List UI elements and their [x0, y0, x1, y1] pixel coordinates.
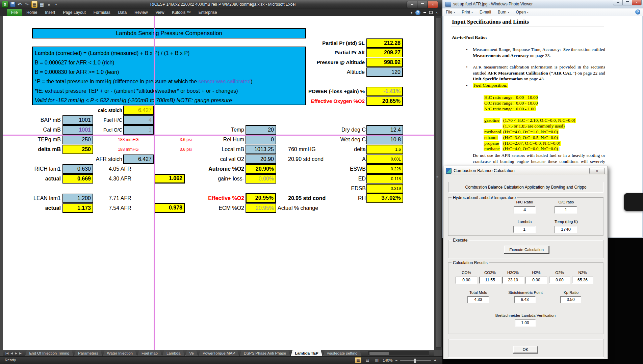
text-actual-lean-afr[interactable]: 7.54 AFR — [109, 204, 131, 212]
result-kp-ratio[interactable]: 3.50 — [560, 296, 581, 303]
undo-icon[interactable]: ↶▾ — [17, 1, 23, 7]
cell-altitude[interactable]: 120 — [366, 67, 403, 77]
cell-wet-deg[interactable]: 10.8 — [366, 135, 403, 144]
cell-edsb[interactable]: 0.319 — [366, 184, 403, 193]
sheet-tab-lambda[interactable]: Lambda — [162, 350, 185, 356]
input-hc-ratio[interactable]: 4 — [514, 206, 536, 214]
dialog-titlebar[interactable]: Combustion Balance Calculation × — [443, 166, 608, 175]
label-delta-small[interactable]: delta — [312, 146, 366, 153]
cell-lean-ratio[interactable]: 0.978 — [154, 203, 185, 213]
vertical-scrollbar-thumb[interactable] — [436, 18, 442, 347]
cell-gain-loss[interactable]: 0.00% — [246, 174, 276, 184]
label-rh[interactable]: RH — [312, 195, 366, 202]
cell-autronic-o2[interactable]: 20.90% — [246, 164, 276, 174]
pv-close-button[interactable]: × — [632, 0, 642, 5]
zoom-slider[interactable] — [400, 360, 431, 361]
menu-print[interactable]: Print▾ — [458, 10, 476, 15]
cell-fuel-oc[interactable]: 1 — [123, 125, 154, 135]
cell-delta-mb[interactable]: 250 — [62, 145, 93, 154]
sheet-tab-end-of-injection-timing[interactable]: End Of Injection Timing — [25, 350, 73, 356]
menu-open[interactable]: Open▾ — [512, 10, 532, 15]
label-altitude[interactable]: Altitude — [274, 68, 365, 76]
input-lambda[interactable]: 1 — [513, 226, 536, 233]
page-layout-view-icon[interactable]: ▤ — [364, 357, 370, 363]
cell-rich-ratio[interactable]: 1.062 — [154, 174, 185, 184]
result-brettschneider[interactable]: 1.00 — [515, 319, 536, 327]
dialog-close-button[interactable]: × — [589, 168, 605, 174]
vertical-scrollbar[interactable]: ≡ — [434, 16, 443, 350]
label-cal[interactable]: Cal mB — [10, 126, 61, 134]
sheet-tab-ve[interactable]: Ve — [185, 350, 198, 356]
cell-rh[interactable]: 37.02% — [366, 193, 403, 203]
ok-button[interactable]: OK — [513, 346, 538, 353]
result-co2[interactable]: 11.55 — [479, 277, 501, 284]
redo-icon[interactable]: ↷▾ — [24, 1, 30, 7]
minimize-button[interactable] — [407, 1, 417, 8]
menu-email[interactable]: E-mail — [476, 10, 494, 15]
cell-rel-hum[interactable]: 0 — [246, 135, 276, 144]
ribbon-tab-formulas[interactable]: Formulas — [90, 9, 114, 16]
label-afr-stoich[interactable]: AFR stoich — [77, 156, 122, 163]
label-gain-loss[interactable]: gain+ loss- — [191, 175, 244, 183]
normal-view-icon[interactable]: ▦ — [355, 357, 361, 363]
workbook-close-icon[interactable]: × — [436, 11, 438, 15]
cell-power[interactable]: -1.41% — [366, 87, 403, 96]
pv-help-icon[interactable]: ? — [635, 9, 640, 15]
zoom-out-icon[interactable]: − — [395, 358, 398, 362]
cell-local-mb[interactable]: 1013.25 — [246, 145, 276, 154]
ribbon-tab-page-layout[interactable]: Page Layout — [59, 9, 89, 16]
record-macro-icon[interactable]: ● — [46, 1, 52, 7]
result-stoichiometric-point[interactable]: 6.43 — [514, 296, 536, 303]
grid-icon[interactable]: ▦ — [39, 1, 45, 7]
label-wet-deg[interactable]: Wet deg C — [312, 136, 366, 143]
ribbon-tab-kutools[interactable]: Kutools ™ — [169, 9, 194, 16]
result-h2[interactable]: 0.00 — [525, 277, 547, 284]
ribbon-tab-insert[interactable]: Insert — [42, 9, 58, 16]
sheet-tab-dsps-phase-anti-phase[interactable]: DSPS Phase Anti Phase — [240, 350, 290, 356]
label-partial-pr-std[interactable]: Partial Pr (std) SL — [274, 39, 365, 47]
input-oc-ratio[interactable]: 1 — [555, 206, 577, 214]
pv-minimize-button[interactable] — [613, 0, 622, 5]
sheet-title-cell[interactable]: Lambda Sensing Pressure Compensation — [32, 28, 306, 38]
cell-partial-pr-std[interactable]: 212.28 — [366, 38, 403, 48]
horizontal-scrollbar-thumb[interactable] — [369, 352, 389, 355]
cell-afr-stoich[interactable]: 6.427 — [123, 155, 154, 164]
cell-actual-lean[interactable]: 1.173 — [62, 203, 93, 213]
label-tepg[interactable]: TEPg mB — [10, 136, 61, 143]
label-rel-hum[interactable]: Rel Hum — [191, 136, 244, 143]
save-icon[interactable] — [10, 1, 16, 7]
label-fuel-oc[interactable]: Fuel O/C — [77, 126, 122, 134]
cell-temp[interactable]: 20 — [246, 125, 276, 135]
label-ed[interactable]: ED — [312, 175, 366, 183]
cell-effective-o2[interactable]: 20.95% — [246, 193, 276, 203]
ribbon-tab-data[interactable]: Data — [115, 9, 130, 16]
note-delta-mmhg[interactable]: 188 mmHG — [113, 146, 143, 152]
cell-tepg[interactable]: 250 — [62, 135, 93, 144]
label-temp[interactable]: Temp — [191, 126, 244, 134]
label-effective-oxygen[interactable]: Effective Oxygen %O2 — [274, 97, 365, 105]
maximize-button[interactable] — [417, 1, 428, 8]
text-lean-afr[interactable]: 7.71 AFR — [109, 195, 131, 202]
label-partial-pr-alt[interactable]: Partial Pr Alt — [274, 49, 365, 56]
tab-next-icon[interactable]: ▶ — [15, 352, 17, 355]
result-h2o[interactable]: 23.10 — [502, 277, 524, 284]
excel-titlebar[interactable]: X ↶▾ ↷▾ ▦ ▦ ● ▾ RICESP 1460x2 2200x2 400… — [0, 0, 442, 9]
text-actual-rich-afr[interactable]: 4.30 AFR — [109, 175, 131, 183]
zoom-in-icon[interactable]: + — [434, 358, 436, 362]
cell-calc-stoich[interactable]: 6.427 — [123, 106, 154, 115]
cell-rich-lam1[interactable]: 0.630 — [62, 164, 93, 174]
label-local-mb[interactable]: Local mB — [191, 146, 244, 153]
menu-file[interactable]: File▾ — [442, 10, 458, 15]
excel-logo-icon[interactable]: X — [2, 1, 8, 8]
label-effective-o2[interactable]: Effective %O2 — [191, 195, 244, 202]
result-o2[interactable]: 0.00 — [549, 277, 570, 284]
note-760-mmhg[interactable]: 760 mmHG — [288, 146, 316, 153]
qat-customize-icon[interactable]: ▾ — [53, 1, 59, 7]
sheet-tab-lambda-tep[interactable]: Lambda TEP — [291, 350, 323, 356]
label-autronic-o2[interactable]: Autronic %O2 — [191, 165, 244, 173]
zoom-level[interactable]: 140% — [383, 358, 392, 362]
label-edsb[interactable]: EDSB — [312, 185, 366, 192]
pv-maximize-button[interactable] — [622, 0, 632, 5]
label-eswb[interactable]: ESWB — [312, 165, 366, 173]
horizontal-scrollbar[interactable] — [368, 351, 429, 356]
